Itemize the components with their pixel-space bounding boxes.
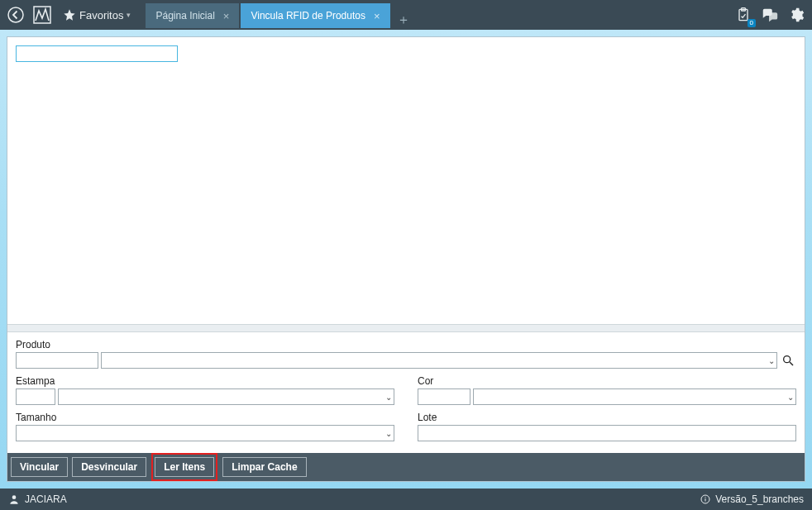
cor-code-input[interactable] bbox=[418, 388, 470, 405]
form-area: Produto ⌄ Estampa ⌄ bbox=[7, 332, 805, 453]
workspace: Produto ⌄ Estampa ⌄ bbox=[0, 30, 812, 489]
status-user: JACIARA bbox=[25, 493, 67, 505]
messages-button[interactable] bbox=[759, 4, 781, 26]
scan-input[interactable] bbox=[16, 45, 178, 62]
highlight-ler-itens: Ler Itens bbox=[151, 453, 217, 481]
produto-search-button[interactable] bbox=[780, 352, 796, 369]
cor-label: Cor bbox=[418, 375, 796, 387]
user-icon bbox=[8, 493, 20, 505]
favorites-menu[interactable]: Favoritos ▾ bbox=[58, 4, 136, 26]
chevron-down-icon: ⌄ bbox=[768, 356, 775, 365]
chat-icon bbox=[761, 7, 779, 23]
chevron-down-icon: ⌄ bbox=[385, 393, 392, 402]
home-logo-icon[interactable] bbox=[31, 4, 53, 26]
chevron-down-icon: ▾ bbox=[127, 11, 131, 19]
svg-rect-8 bbox=[705, 498, 706, 502]
tab-label: Página Inicial bbox=[155, 10, 214, 21]
main-panel: Produto ⌄ Estampa ⌄ bbox=[7, 36, 805, 482]
filter-area bbox=[7, 37, 805, 70]
svg-rect-1 bbox=[34, 7, 50, 23]
limpar-cache-button[interactable]: Limpar Cache bbox=[222, 457, 306, 477]
favorites-label: Favoritos bbox=[79, 9, 123, 21]
action-bar: Vincular Desvincular Ler Itens Limpar Ca… bbox=[7, 453, 805, 481]
svg-point-6 bbox=[12, 495, 17, 499]
results-area bbox=[7, 70, 805, 324]
clipboard-badge: 0 bbox=[748, 19, 756, 27]
search-icon bbox=[781, 354, 795, 367]
star-icon bbox=[63, 8, 76, 21]
add-tab-button[interactable]: ＋ bbox=[395, 12, 412, 28]
lote-input[interactable] bbox=[418, 425, 796, 441]
estampa-label: Estampa bbox=[16, 375, 394, 387]
estampa-dropdown[interactable]: ⌄ bbox=[58, 388, 394, 405]
tamanho-label: Tamanho bbox=[16, 412, 394, 423]
produto-label: Produto bbox=[16, 339, 796, 350]
lote-label: Lote bbox=[418, 412, 796, 423]
svg-rect-9 bbox=[705, 497, 706, 498]
gear-icon bbox=[788, 7, 805, 23]
settings-button[interactable] bbox=[786, 4, 807, 26]
statusbar: JACIARA Versão_5_branches bbox=[0, 489, 812, 510]
separator bbox=[7, 324, 805, 332]
cor-dropdown[interactable]: ⌄ bbox=[473, 388, 796, 405]
clipboard-button[interactable]: 0 bbox=[733, 4, 754, 26]
produto-dropdown[interactable]: ⌄ bbox=[101, 352, 777, 369]
produto-code-input[interactable] bbox=[16, 352, 98, 369]
tab-vincula-rfid[interactable]: Vincula RFID de Produtos × bbox=[241, 3, 389, 28]
svg-point-4 bbox=[784, 356, 791, 363]
vincular-button[interactable]: Vincular bbox=[11, 457, 68, 477]
tab-strip: Página Inicial × Vincula RFID de Produto… bbox=[146, 2, 411, 28]
svg-point-0 bbox=[8, 7, 23, 22]
svg-line-5 bbox=[790, 362, 793, 365]
back-button[interactable] bbox=[5, 4, 26, 26]
info-icon bbox=[700, 494, 710, 504]
chevron-down-icon: ⌄ bbox=[385, 429, 392, 438]
tamanho-dropdown[interactable]: ⌄ bbox=[16, 425, 394, 441]
ler-itens-button[interactable]: Ler Itens bbox=[155, 457, 214, 477]
tab-pagina-inicial[interactable]: Página Inicial × bbox=[146, 3, 239, 28]
estampa-code-input[interactable] bbox=[16, 388, 55, 405]
chevron-down-icon: ⌄ bbox=[787, 393, 794, 402]
topbar: Favoritos ▾ Página Inicial × Vincula RFI… bbox=[0, 0, 812, 30]
tab-label: Vincula RFID de Produtos bbox=[251, 10, 365, 21]
close-icon[interactable]: × bbox=[374, 10, 380, 22]
desvincular-button[interactable]: Desvincular bbox=[72, 457, 146, 477]
close-icon[interactable]: × bbox=[223, 10, 230, 22]
status-version: Versão_5_branches bbox=[715, 493, 804, 505]
